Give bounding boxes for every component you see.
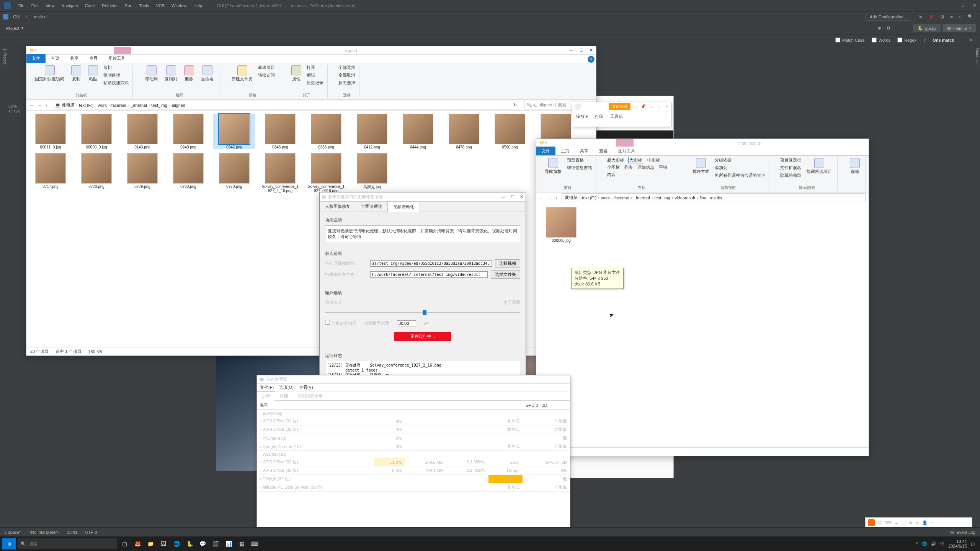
file-thumb[interactable]: 0345.png bbox=[259, 114, 301, 149]
menu-vcs[interactable]: VCS bbox=[156, 3, 165, 8]
bg-enhance-checkbox[interactable]: 启用背景增强 bbox=[325, 320, 356, 326]
close-tab-icon[interactable]: × bbox=[969, 26, 972, 31]
stop-icon[interactable]: ■ bbox=[950, 14, 953, 19]
tab-history[interactable]: 应用历史记录 bbox=[293, 391, 327, 400]
preview-pane-item[interactable]: 预览窗格 bbox=[567, 157, 592, 163]
file-grid[interactable]: 000000.jpg bbox=[536, 203, 869, 246]
file-thumb[interactable]: 00011_0.jpg bbox=[29, 114, 72, 149]
print-button[interactable]: 打印 bbox=[595, 114, 603, 119]
coverage-icon[interactable]: ◪ bbox=[940, 14, 944, 19]
app-icon[interactable]: 🦊 bbox=[132, 538, 143, 549]
minimize-icon[interactable]: — bbox=[948, 3, 952, 8]
words-checkbox[interactable]: Words bbox=[872, 37, 891, 42]
status-encoding[interactable]: UTF-8 bbox=[85, 530, 97, 535]
breadcrumb-root[interactable]: GUI bbox=[13, 15, 21, 19]
cut-item[interactable]: 剪切 bbox=[103, 65, 129, 70]
file-thumb[interactable]: 0368.png bbox=[305, 114, 347, 149]
forward-icon[interactable]: → bbox=[547, 196, 552, 200]
file-thumb[interactable]: 0240.png bbox=[167, 114, 209, 149]
pasteshortcut-item[interactable]: 粘贴快捷方式 bbox=[103, 80, 129, 86]
checkbox-item[interactable]: 项目复选框 bbox=[780, 157, 801, 163]
ribbon-tab-share[interactable]: 共享 bbox=[575, 147, 594, 155]
tab-performance[interactable]: 性能 bbox=[275, 391, 293, 400]
git-icon[interactable]: ⎌ bbox=[959, 14, 962, 19]
close-icon[interactable]: ✕ bbox=[665, 104, 669, 109]
skin-icon[interactable]: ✿ bbox=[909, 520, 912, 525]
minimize-icon[interactable]: — bbox=[501, 194, 505, 199]
ribbon-help-icon[interactable]: ? bbox=[588, 56, 595, 63]
cloud-icon[interactable]: ☁ bbox=[894, 520, 898, 525]
debug-icon[interactable]: 🐞 bbox=[929, 14, 934, 19]
file-thumb[interactable]: 0478.png bbox=[443, 114, 485, 149]
view-xlarge[interactable]: 超大图标 bbox=[607, 157, 624, 163]
project-label[interactable]: Project bbox=[6, 26, 19, 31]
menu-code[interactable]: Code bbox=[85, 3, 95, 8]
file-thumb[interactable]: 0763.png bbox=[167, 153, 209, 193]
ribbon-tab-home[interactable]: 主页 bbox=[46, 54, 65, 63]
hide-button[interactable]: 隐藏所选项目 bbox=[805, 157, 833, 175]
ribbon-tab-view[interactable]: 查看 bbox=[84, 54, 103, 63]
zoom-dropdown[interactable]: 缩放 ▾ bbox=[576, 114, 588, 119]
pin-icon[interactable]: 📌 bbox=[640, 104, 646, 109]
view-large[interactable]: 大图标 bbox=[629, 157, 643, 163]
close-icon[interactable]: ✕ bbox=[590, 48, 593, 53]
file-thumb[interactable]: 00050_0.jpg bbox=[75, 114, 118, 149]
menu-help[interactable]: Help bbox=[193, 3, 202, 8]
file-thumb[interactable]: Solvay_conference_1927_2_16.png bbox=[259, 153, 301, 193]
col-name[interactable]: 名称 bbox=[257, 401, 374, 410]
back-icon[interactable]: ← bbox=[539, 196, 544, 200]
selectall-item[interactable]: 全部选择 bbox=[338, 65, 355, 70]
menu-file[interactable]: File bbox=[18, 3, 24, 8]
tab-processes[interactable]: 进程 bbox=[257, 391, 275, 401]
table-row[interactable]: › WPS Office (32 位)0%非常低非常低 bbox=[257, 417, 570, 425]
maximize-icon[interactable]: ☐ bbox=[658, 104, 662, 109]
close-icon[interactable]: ✕ bbox=[973, 3, 976, 8]
expand-icon[interactable]: ⛶ bbox=[902, 520, 906, 525]
status-line[interactable]: 13:41 bbox=[67, 530, 78, 535]
target-icon[interactable]: ⊕ bbox=[878, 26, 881, 31]
rename-button[interactable]: 重命名 bbox=[199, 65, 215, 83]
app-icon[interactable]: 🎬 bbox=[210, 538, 221, 549]
close-icon[interactable]: ✕ bbox=[520, 194, 523, 199]
tab-full-sharpen[interactable]: 全图清晰化 bbox=[356, 202, 387, 212]
start-button[interactable]: ⊞ bbox=[2, 538, 16, 549]
taskbar-clock[interactable]: 13:41 2024/6/15 bbox=[948, 539, 967, 548]
address-bar[interactable]: 💻 此电脑› text (F:)› work› facereal› _inter… bbox=[52, 101, 521, 109]
view-list[interactable]: 列表 bbox=[624, 165, 633, 170]
menu-tools[interactable]: Tools bbox=[139, 3, 149, 8]
output-folder-input[interactable] bbox=[370, 271, 488, 278]
file-thumb[interactable]: 0500.png bbox=[489, 114, 531, 149]
view-details[interactable]: 详细信息 bbox=[637, 165, 654, 170]
addcol-item[interactable]: 添加列 bbox=[715, 165, 765, 171]
ide-left-sidebar[interactable]: 1: Project bbox=[0, 46, 8, 276]
settings-icon[interactable]: ⚙ bbox=[915, 520, 919, 525]
run-icon[interactable]: ▶ bbox=[920, 14, 923, 19]
hidden-item[interactable]: 隐藏的项目 bbox=[780, 173, 801, 178]
view-content[interactable]: 内容 bbox=[607, 172, 616, 178]
ribbon-tab-share[interactable]: 共享 bbox=[65, 54, 84, 63]
history-item[interactable]: 历史记录 bbox=[307, 80, 323, 86]
groupby-item[interactable]: 分组依据 bbox=[715, 157, 765, 163]
quick-access-icon[interactable]: ▾ bbox=[545, 140, 547, 145]
back-icon[interactable]: ← bbox=[29, 103, 34, 108]
network-icon[interactable]: 🌐 bbox=[922, 541, 927, 546]
add-configuration-button[interactable]: Add Configuration... bbox=[866, 13, 911, 21]
taskbar-search[interactable]: 🔍搜索 bbox=[18, 538, 117, 549]
help-icon[interactable]: ? bbox=[923, 38, 926, 42]
choose-folder-button[interactable]: 选择文件夹 bbox=[491, 271, 520, 279]
app-icon[interactable]: 📁 bbox=[145, 538, 156, 549]
run-button[interactable]: 正在运行中... bbox=[394, 332, 451, 341]
table-row[interactable]: › WPS Office (32 位)0%非常低非常低 bbox=[257, 425, 570, 434]
view-small[interactable]: 小图标 bbox=[607, 165, 620, 170]
status-spaces[interactable]: 1 space* bbox=[5, 530, 21, 535]
table-row[interactable]: › Alibaba PC Safe Service (32 位)非常低非常低 bbox=[257, 483, 570, 492]
invertsel-item[interactable]: 反向选择 bbox=[338, 80, 355, 86]
table-row[interactable]: › Google Chrome (18)0%非常低非常低 bbox=[257, 442, 570, 451]
autofit-item[interactable]: 将所有列调整为合适的大小 bbox=[715, 173, 765, 178]
breadcrumb-file[interactable]: main.ui bbox=[34, 15, 47, 19]
forward-icon[interactable]: → bbox=[38, 103, 42, 108]
menu-run[interactable]: Run bbox=[125, 3, 132, 8]
details-pane-item[interactable]: 详细信息窗格 bbox=[567, 165, 592, 171]
ext-item[interactable]: 文件扩展名 bbox=[780, 165, 801, 171]
sort-button[interactable]: 排序方式 bbox=[691, 157, 711, 175]
